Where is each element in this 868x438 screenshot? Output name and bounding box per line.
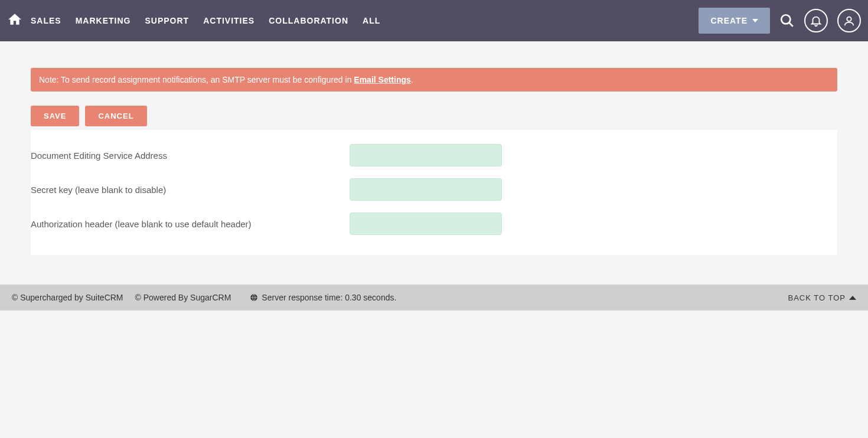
back-to-top[interactable]: BACK TO TOP xyxy=(788,293,856,302)
create-button[interactable]: CREATE xyxy=(699,8,770,34)
alert-prefix: Note: To send record assignment notifica… xyxy=(39,75,354,84)
nav-activities[interactable]: ACTIVITIES xyxy=(203,16,254,25)
back-to-top-label: BACK TO TOP xyxy=(788,293,846,302)
action-buttons: SAVE CANCEL xyxy=(31,106,837,130)
footer: © Supercharged by SuiteCRM © Powered By … xyxy=(0,285,868,310)
svg-point-0 xyxy=(781,15,790,24)
svg-point-2 xyxy=(847,17,851,21)
label-secret-key: Secret key (leave blank to disable) xyxy=(31,185,350,195)
svg-line-1 xyxy=(789,22,793,27)
main-container: Note: To send record assignment notifica… xyxy=(31,41,837,255)
input-auth-header[interactable] xyxy=(350,213,502,235)
footer-supercharged: © Supercharged by SuiteCRM xyxy=(12,293,123,302)
caret-down-icon xyxy=(752,19,758,22)
footer-powered: © Powered By SugarCRM xyxy=(135,293,231,302)
create-label: CREATE xyxy=(710,16,748,25)
top-navbar: SALES MARKETING SUPPORT ACTIVITIES COLLA… xyxy=(0,0,868,41)
label-auth-header: Authorization header (leave blank to use… xyxy=(31,219,350,229)
input-service-address[interactable] xyxy=(350,144,502,166)
label-service-address: Document Editing Service Address xyxy=(31,151,350,161)
home-icon[interactable] xyxy=(7,12,31,30)
save-button[interactable]: SAVE xyxy=(31,106,79,126)
footer-response-wrap: Server response time: 0.30 seconds. xyxy=(250,293,396,302)
input-secret-key[interactable] xyxy=(350,178,502,201)
alert-suffix: . xyxy=(411,75,413,84)
nav-sales[interactable]: SALES xyxy=(31,16,61,25)
nav-all[interactable]: ALL xyxy=(363,16,380,25)
form-row-auth-header: Authorization header (leave blank to use… xyxy=(31,207,837,241)
form-row-secret-key: Secret key (leave blank to disable) xyxy=(31,172,837,207)
nav-support[interactable]: SUPPORT xyxy=(145,16,189,25)
search-icon[interactable] xyxy=(779,13,795,28)
nav-collaboration[interactable]: COLLABORATION xyxy=(269,16,348,25)
nav-marketing[interactable]: MARKETING xyxy=(76,16,131,25)
globe-icon xyxy=(250,293,258,302)
nav-items: SALES MARKETING SUPPORT ACTIVITIES COLLA… xyxy=(31,16,699,25)
form-panel: Document Editing Service Address Secret … xyxy=(31,130,837,255)
nav-right: CREATE xyxy=(699,8,861,34)
cancel-button[interactable]: CANCEL xyxy=(85,106,146,126)
form-row-service-address: Document Editing Service Address xyxy=(31,138,837,172)
caret-up-icon xyxy=(849,296,856,300)
user-icon[interactable] xyxy=(837,9,861,32)
footer-response: Server response time: 0.30 seconds. xyxy=(262,293,396,302)
notifications-icon[interactable] xyxy=(804,9,828,32)
alert-banner: Note: To send record assignment notifica… xyxy=(31,68,837,91)
alert-link[interactable]: Email Settings xyxy=(354,75,410,84)
